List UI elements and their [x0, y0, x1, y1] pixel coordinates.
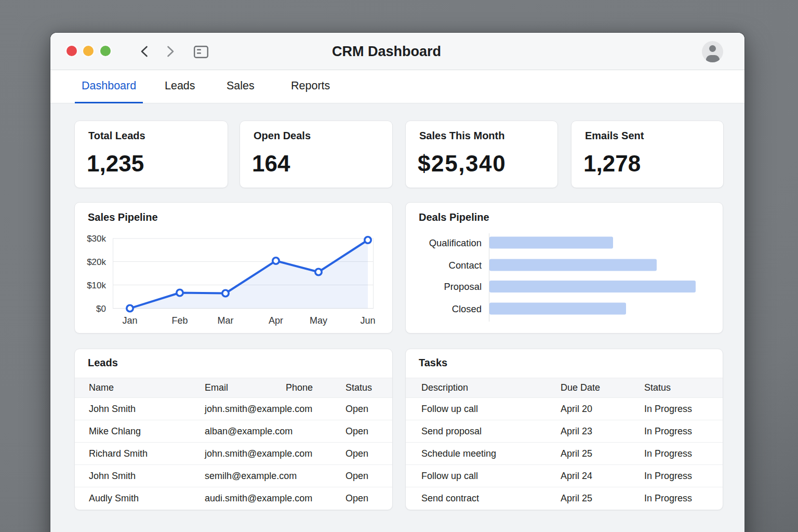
svg-text:$30k: $30k: [87, 234, 106, 244]
svg-text:Apr: Apr: [269, 315, 283, 326]
svg-text:Proposal: Proposal: [444, 281, 482, 292]
svg-text:$20k: $20k: [87, 257, 106, 267]
svg-text:$10k: $10k: [87, 281, 106, 290]
svg-text:Qualification: Qualification: [429, 237, 482, 248]
svg-text:Contact: Contact: [449, 260, 482, 271]
svg-text:Jun: Jun: [360, 315, 375, 326]
svg-text:May: May: [310, 315, 327, 326]
svg-text:$0: $0: [96, 304, 106, 314]
svg-text:Feb: Feb: [171, 315, 188, 326]
svg-text:Jan: Jan: [122, 315, 137, 326]
svg-text:Closed: Closed: [452, 303, 482, 314]
svg-text:Mar: Mar: [218, 315, 234, 326]
